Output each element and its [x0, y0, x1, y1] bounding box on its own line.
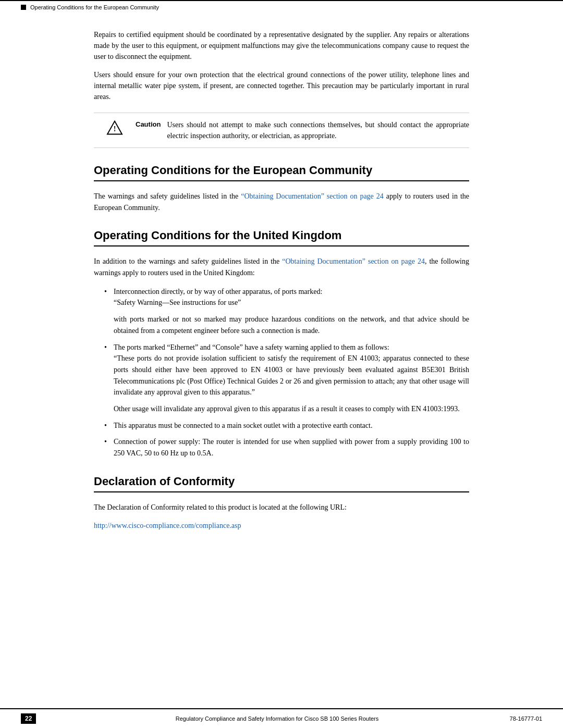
uk-bullet-list: Interconnection directly, or by way of o… [104, 286, 469, 459]
svg-text:!: ! [114, 125, 116, 133]
section-uk-intro-before: In addition to the warnings and safety g… [94, 257, 282, 265]
header-bar: Operating Conditions for the European Co… [0, 0, 563, 14]
caution-text: Users should not attempt to make such co… [167, 119, 469, 141]
uk-bullet-item-2: The ports marked “Ethernet” and “Console… [104, 342, 469, 415]
header-marker [21, 5, 26, 10]
uk-bullet-item-3: This apparatus must be connected to a ma… [104, 420, 469, 431]
page: Operating Conditions for the European Co… [0, 0, 563, 728]
conformity-url-link[interactable]: http://www.cisco-compliance.com/complian… [94, 522, 241, 529]
footer-page-number: 22 [21, 713, 36, 724]
main-content: Repairs to certified equipment should be… [0, 14, 563, 570]
intro-para-1: Repairs to certified equipment should be… [94, 29, 469, 62]
intro-paragraphs: Repairs to certified equipment should be… [94, 29, 469, 102]
uk-bullet-1-main: Interconnection directly, or by way of o… [114, 288, 322, 295]
footer-doc-number: 78-16777-01 [510, 715, 542, 722]
caution-row: Caution Users should not attempt to make… [136, 119, 469, 141]
uk-bullet-item-1: Interconnection directly, or by way of o… [104, 286, 469, 337]
uk-bullet-1-quote: “Safety Warning—See instructions for use… [114, 297, 469, 309]
footer-title: Regulatory Compliance and Safety Informa… [44, 715, 509, 722]
uk-bullet-4-main: Connection of power supply: The router i… [114, 438, 469, 457]
uk-bullet-2-main: The ports marked “Ethernet” and “Console… [114, 343, 389, 351]
section-conformity-para: The Declaration of Conformity related to… [94, 502, 469, 513]
section-conformity-heading: Declaration of Conformity [94, 475, 469, 492]
uk-bullet-2-quote: “These ports do not provide isolation su… [114, 353, 469, 398]
header-text: Operating Conditions for the European Co… [30, 4, 159, 10]
uk-bullet-3-main: This apparatus must be connected to a ma… [114, 422, 372, 429]
section-eu-heading: Operating Conditions for the European Co… [94, 164, 469, 181]
uk-bullet-2-sub: Other usage will invalidate any approval… [114, 403, 469, 415]
uk-bullet-1-sub: with ports marked or not so marked may p… [114, 314, 469, 336]
section-eu-para: The warnings and safety guidelines liste… [94, 191, 469, 213]
caution-box: ! Caution Users should not attempt to ma… [94, 113, 469, 148]
page-footer: 22 Regulatory Compliance and Safety Info… [0, 708, 563, 728]
section-eu-link[interactable]: “Obtaining Documentation” section on pag… [241, 192, 384, 200]
section-uk-intro-link[interactable]: “Obtaining Documentation” section on pag… [282, 257, 425, 265]
caution-label: Caution [136, 119, 161, 128]
section-uk-intro: In addition to the warnings and safety g… [94, 256, 469, 278]
caution-triangle-icon: ! [106, 120, 123, 135]
section-eu-para-before: The warnings and safety guidelines liste… [94, 192, 241, 200]
uk-bullet-item-4: Connection of power supply: The router i… [104, 436, 469, 459]
caution-icon-area: ! [94, 119, 136, 137]
section-uk-heading: Operating Conditions for the United King… [94, 229, 469, 246]
intro-para-2: Users should ensure for your own protect… [94, 69, 469, 102]
section-conformity-url-para: http://www.cisco-compliance.com/complian… [94, 520, 469, 532]
